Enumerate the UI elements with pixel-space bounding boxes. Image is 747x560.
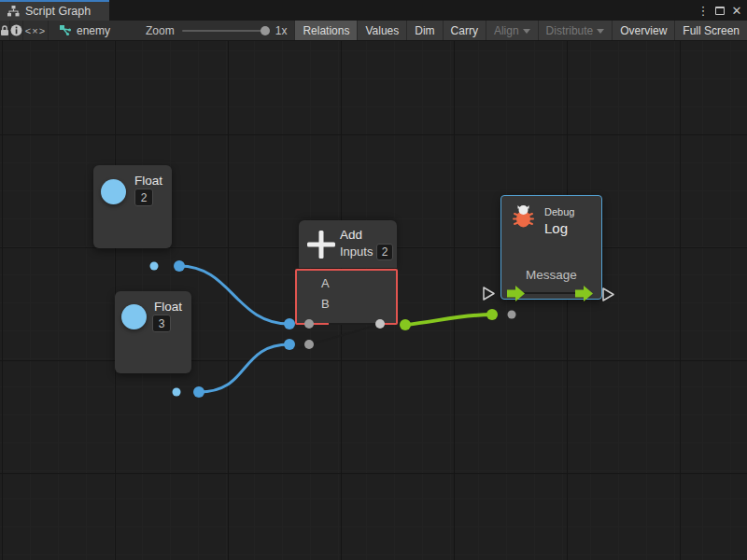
zoom-value: 1x — [275, 24, 288, 37]
flow-input-triangle[interactable] — [484, 287, 494, 300]
wire-endpoint[interactable] — [486, 309, 498, 320]
wire-endpoint[interactable] — [174, 260, 185, 272]
wire-float1-to-add[interactable] — [179, 266, 289, 324]
values-label: Values — [365, 24, 399, 37]
float2-output-port[interactable] — [173, 388, 181, 397]
float1-output-port[interactable] — [150, 262, 159, 271]
values-button[interactable]: Values — [357, 21, 406, 40]
info-icon — [10, 24, 22, 36]
connections-overlay — [0, 82, 747, 560]
zoom-slider[interactable] — [182, 30, 268, 32]
graph-canvas[interactable]: Float 2 Float 3 Add Inputs 2 A B — [0, 41, 747, 560]
flow-output-triangle[interactable] — [603, 288, 613, 301]
graph-icon — [60, 25, 72, 36]
wire-float2-to-add[interactable] — [199, 344, 289, 392]
hierarchy-icon — [7, 6, 20, 17]
more-options-button[interactable]: ⋮ — [697, 5, 710, 17]
titlebar: Script Graph ⋮ ✕ — [0, 0, 747, 21]
graph-breadcrumb[interactable]: enemy — [49, 21, 120, 40]
add-output-port[interactable] — [400, 319, 411, 330]
maximize-button[interactable] — [715, 2, 725, 19]
add-input-a-port[interactable] — [304, 319, 314, 329]
maximize-icon — [715, 7, 725, 15]
distribute-button[interactable]: Distribute — [538, 21, 613, 40]
close-button[interactable]: ✕ — [730, 5, 743, 17]
toolbar: <×> enemy Zoom 1x Relations Values Dim C — [0, 21, 747, 41]
dim-button[interactable]: Dim — [406, 21, 442, 40]
distribute-label: Distribute — [546, 24, 594, 37]
flow-out-arrow-icon — [575, 286, 593, 301]
lock-button[interactable] — [0, 21, 10, 40]
align-label: Align — [494, 24, 519, 37]
wire-endpoint[interactable] — [284, 339, 295, 350]
graph-name-label: enemy — [77, 24, 110, 37]
relations-label: Relations — [303, 24, 349, 37]
carry-label: Carry — [451, 24, 478, 37]
add-input-b-port[interactable] — [304, 340, 314, 349]
fullscreen-label: Full Screen — [683, 24, 740, 37]
carry-button[interactable]: Carry — [443, 21, 486, 40]
lock-icon — [0, 25, 9, 36]
wire-add-to-debug[interactable] — [405, 315, 492, 325]
script-graph-tab[interactable]: Script Graph — [0, 0, 109, 21]
zoom-control: Zoom 1x — [120, 21, 294, 40]
script-graph-window: Script Graph ⋮ ✕ <×> — [0, 0, 747, 560]
tab-label: Script Graph — [25, 5, 91, 18]
align-button[interactable]: Align — [486, 21, 538, 40]
fullscreen-button[interactable]: Full Screen — [674, 21, 747, 40]
info-button[interactable] — [10, 21, 23, 40]
overview-label: Overview — [620, 24, 667, 37]
debug-message-port[interactable] — [508, 311, 516, 319]
flow-in-arrow-icon — [507, 286, 525, 301]
add-result-port[interactable] — [375, 319, 385, 329]
chevron-down-icon — [523, 29, 530, 34]
dim-label: Dim — [415, 24, 434, 37]
wire-endpoint[interactable] — [284, 318, 295, 329]
zoom-slider-handle[interactable] — [261, 26, 270, 35]
wire-endpoint[interactable] — [193, 386, 204, 398]
chevron-down-icon — [597, 29, 604, 34]
zoom-label: Zoom — [146, 24, 175, 37]
relations-button[interactable]: Relations — [294, 21, 357, 40]
overview-button[interactable]: Overview — [612, 21, 674, 40]
code-icon: <×> — [25, 25, 46, 36]
code-view-button[interactable]: <×> — [23, 21, 49, 40]
